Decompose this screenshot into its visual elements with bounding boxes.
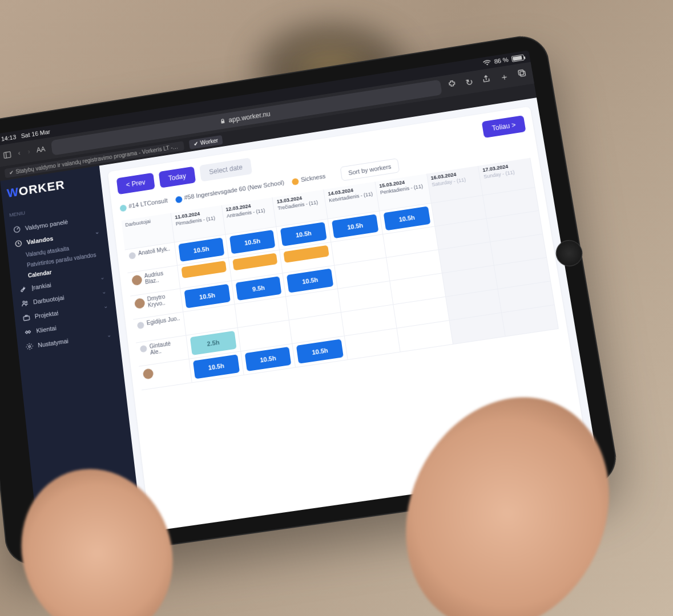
tab-favicon-icon: ✔ bbox=[9, 169, 14, 176]
safari-tab-2-label: Worker bbox=[200, 137, 218, 145]
logo-text: ORKER bbox=[18, 178, 66, 198]
tab-favicon-icon: ✔ bbox=[194, 140, 199, 147]
safari-tabs-icon[interactable] bbox=[517, 68, 527, 80]
prev-button[interactable]: < Prev bbox=[116, 173, 155, 194]
hours-chip[interactable]: 10.5h bbox=[383, 206, 430, 231]
safari-share-icon[interactable] bbox=[481, 74, 492, 86]
svg-rect-2 bbox=[520, 71, 526, 76]
today-button[interactable]: Today bbox=[159, 167, 196, 188]
legend-item: #14 LTConsult bbox=[119, 197, 168, 211]
chevron-down-icon: ⌄ bbox=[103, 302, 108, 309]
safari-url: app.worker.nu bbox=[228, 110, 271, 124]
legend-item: Sickness bbox=[292, 173, 326, 184]
worker-name: Gintautė Ale.. bbox=[149, 338, 184, 355]
chevron-down-icon: ⌄ bbox=[101, 288, 106, 295]
hours-chip[interactable]: 10.5h bbox=[184, 284, 231, 309]
sidebar-item-label: Įrankiai bbox=[31, 282, 51, 291]
wifi-icon bbox=[482, 59, 491, 66]
avatar bbox=[143, 368, 154, 379]
legend-dot-icon bbox=[175, 196, 183, 203]
battery-icon bbox=[511, 54, 524, 62]
briefcase-icon bbox=[22, 313, 31, 322]
chevron-down-icon: ⌄ bbox=[106, 331, 111, 338]
status-battery-pct: 86 % bbox=[494, 56, 509, 65]
legend-dot-icon bbox=[119, 204, 127, 212]
avatar bbox=[134, 298, 146, 309]
logo-accent: W bbox=[6, 185, 19, 200]
hours-chip[interactable]: 9.5h bbox=[235, 276, 282, 301]
worker-name: Dmytro Kryvo.. bbox=[147, 291, 178, 308]
svg-rect-0 bbox=[4, 152, 11, 159]
svg-rect-8 bbox=[23, 316, 30, 321]
sidebar-item-label: Projektai bbox=[34, 310, 59, 320]
clock-icon bbox=[14, 239, 23, 248]
avatar bbox=[131, 274, 143, 286]
safari-fwd-icon[interactable]: › bbox=[27, 148, 30, 156]
hours-chip[interactable]: 10.5h bbox=[287, 269, 333, 293]
wrench-icon bbox=[19, 285, 27, 294]
safari-newtab-icon[interactable]: ＋ bbox=[499, 71, 510, 83]
sidebar-item-label: Nustatymai bbox=[38, 337, 69, 348]
chevron-down-icon: ⌄ bbox=[100, 274, 105, 281]
users-icon bbox=[21, 299, 29, 308]
svg-point-9 bbox=[29, 346, 31, 348]
safari-reload-icon[interactable]: ↻ bbox=[465, 76, 474, 89]
sidebar-item-label: Darbuotojai bbox=[33, 294, 65, 306]
hours-chip[interactable]: 10.5h bbox=[244, 347, 291, 371]
hours-chip[interactable]: 10.5h bbox=[280, 222, 327, 246]
svg-point-7 bbox=[26, 301, 27, 303]
sidebar-toggle-icon[interactable] bbox=[2, 150, 12, 160]
worker-name: Egidijus Juo.. bbox=[146, 315, 180, 326]
select-date-button[interactable]: Select date bbox=[199, 157, 252, 181]
chevron-down-icon: ⌄ bbox=[94, 228, 99, 235]
worker-name: Audrius Blaz.. bbox=[144, 269, 175, 285]
safari-back-icon[interactable]: ‹ bbox=[18, 149, 21, 157]
lock-icon bbox=[220, 118, 226, 124]
worker-name: Anatoli Myk.. bbox=[138, 245, 171, 256]
gear-icon bbox=[25, 342, 34, 351]
avatar bbox=[140, 345, 147, 353]
dashboard-icon bbox=[13, 225, 21, 234]
hours-chip[interactable]: 10.5h bbox=[178, 237, 224, 262]
svg-rect-3 bbox=[518, 70, 524, 75]
sidebar-item-label: Valandos bbox=[26, 235, 54, 246]
hours-chip[interactable]: 2.5h bbox=[190, 331, 237, 355]
extension-icon[interactable] bbox=[447, 79, 458, 91]
avatar bbox=[137, 322, 144, 329]
sort-by-workers[interactable]: Sort by workers bbox=[340, 158, 400, 181]
svg-point-6 bbox=[23, 301, 25, 303]
hours-chip[interactable]: 10.5h bbox=[332, 214, 378, 238]
hours-chip[interactable]: 10.5h bbox=[229, 230, 276, 254]
sidebar-item-label: Klientai bbox=[36, 325, 57, 334]
hours-chip[interactable]: 10.5h bbox=[296, 339, 344, 363]
hours-chip[interactable]: 10.5h bbox=[193, 354, 240, 379]
next-button[interactable]: Toliau > bbox=[482, 115, 526, 138]
handshake-icon bbox=[24, 327, 33, 337]
safari-aa-icon[interactable]: AA bbox=[36, 145, 46, 154]
avatar bbox=[128, 252, 136, 260]
svg-line-1 bbox=[6, 152, 6, 158]
status-time: 14:13 bbox=[1, 133, 16, 142]
legend-dot-icon bbox=[292, 177, 299, 185]
